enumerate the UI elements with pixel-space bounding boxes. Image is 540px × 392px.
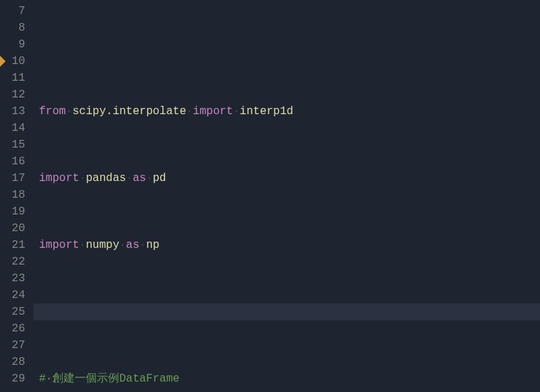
keyword-import: import [39,239,79,251]
line-number: 15 [6,136,25,153]
line-number: 24 [6,287,25,304]
code-line-7[interactable] [33,36,540,53]
code-line-12[interactable]: #·創建一個示例DataFrame [33,370,540,387]
line-number: 27 [6,337,25,354]
code-area[interactable]: from·scipy.interpolate·import·interp1d i… [33,0,540,392]
keyword-import: import [39,172,79,185]
imported-name: interp1d [240,105,293,118]
alias-name: pd [153,172,166,185]
line-number: 14 [6,120,25,136]
comment: #·創建一個示例DataFrame [39,373,180,385]
keyword-import: import [193,105,233,118]
code-line-8[interactable]: from·scipy.interpolate·import·interp1d [33,103,540,120]
line-number: 18 [6,187,25,203]
line-number: 28 [6,354,25,370]
line-number-gutter: 7 8 9 10 11 12 13 14 15 16 17 18 19 20 2… [0,0,33,392]
module-name: scipy.interpolate [72,105,186,118]
line-number: 11 [6,70,25,86]
line-number: 19 [6,203,25,220]
line-number: 7 [6,3,25,19]
line-number: 13 [6,103,25,120]
code-line-9[interactable]: import·pandas·as·pd [33,170,540,187]
line-number: 8 [6,19,25,36]
line-number: 29 [6,370,25,387]
line-number: 22 [6,253,25,270]
line-number: 10 [6,53,25,70]
module-name: pandas [86,172,126,185]
code-line-10[interactable]: import·numpy·as·np [33,237,540,253]
keyword-as: as [126,239,139,251]
warning-icon [0,56,6,67]
line-number: 25 [6,304,25,320]
code-line-11-current[interactable] [33,304,540,320]
keyword-from: from [39,105,65,118]
line-number: 12 [6,86,25,103]
line-number: 9 [6,36,25,53]
line-number: 20 [6,220,25,237]
line-number: 17 [6,170,25,187]
line-number: 26 [6,320,25,337]
alias-name: np [146,239,160,251]
line-number: 23 [6,270,25,287]
code-editor[interactable]: 7 8 9 10 11 12 13 14 15 16 17 18 19 20 2… [0,0,540,392]
keyword-as: as [132,172,146,185]
module-name: numpy [86,239,119,251]
line-number: 16 [6,153,25,170]
line-number: 21 [6,237,25,253]
